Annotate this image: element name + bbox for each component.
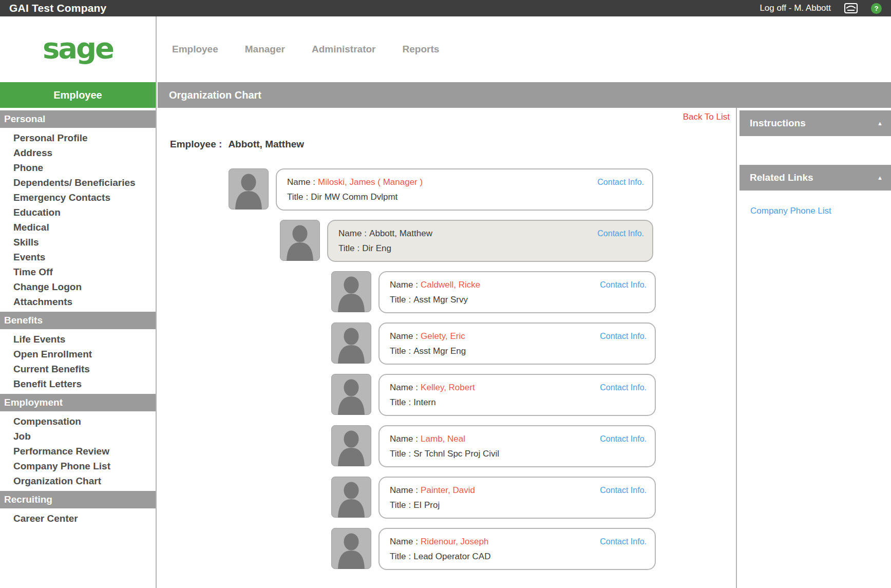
org-chart-row: Name : Lamb, Neal Contact Info. Title : … <box>331 425 736 467</box>
tab-employee[interactable]: Employee <box>172 44 218 55</box>
contact-info-link[interactable]: Contact Info. <box>595 483 647 498</box>
employee-card[interactable]: Name : Lamb, Neal Contact Info. Title : … <box>378 425 656 467</box>
collapse-arrow-icon[interactable]: ▲ <box>877 120 883 126</box>
contact-info-link[interactable]: Contact Info. <box>595 329 647 344</box>
avatar <box>331 425 371 466</box>
sidebar-item-dependents-beneficiaries[interactable]: Dependents/ Beneficiaries <box>0 175 156 190</box>
employee-card-title: Asst Mgr Srvy <box>413 292 468 307</box>
contact-info-link[interactable]: Contact Info. <box>595 534 647 549</box>
sidebar-item-job[interactable]: Job <box>0 429 156 444</box>
avatar <box>331 477 371 518</box>
sidebar-item-change-logon[interactable]: Change Logon <box>0 279 156 294</box>
sidebar-item-company-phone-list[interactable]: Company Phone List <box>0 459 156 473</box>
employee-card[interactable]: Name : Gelety, Eric Contact Info. Title … <box>378 323 656 365</box>
envelope-icon[interactable] <box>844 3 858 13</box>
topbar-right: Log off - M. Abbott ? <box>760 3 882 14</box>
sidebar-item-compensation[interactable]: Compensation <box>0 414 156 429</box>
employee-card-title: Lead Operator CAD <box>413 549 490 564</box>
content-row: Back To List Employee : Abbott, Matthew … <box>158 108 891 588</box>
title-label: Title <box>287 189 304 204</box>
logo-box: sage <box>0 16 156 82</box>
sidebar-item-open-enrollment[interactable]: Open Enrollment <box>0 347 156 362</box>
sidebar-module-tab-employee[interactable]: Employee <box>0 82 156 108</box>
employee-name: Abbott, Matthew <box>228 139 304 150</box>
avatar <box>229 168 269 210</box>
sidebar-item-current-benefits[interactable]: Current Benefits <box>0 362 156 376</box>
employee-card-title: Dir Eng <box>362 241 391 256</box>
sidebar-item-personal-profile[interactable]: Personal Profile <box>0 130 156 145</box>
sidebar-section-recruiting: Recruiting <box>0 491 156 508</box>
employee-card-selected[interactable]: Name : Abbott, Matthew Contact Info. Tit… <box>327 220 653 262</box>
sidebar-section-employment: Employment <box>0 394 156 411</box>
employee-card-title: Asst Mgr Eng <box>413 344 466 358</box>
company-phone-list-link[interactable]: Company Phone List <box>750 206 891 216</box>
employee-card-name: Lamb, Neal <box>421 431 465 446</box>
back-to-list-link[interactable]: Back To List <box>683 112 730 122</box>
contact-info-link[interactable]: Contact Info. <box>595 431 647 446</box>
employee-card-title: Intern <box>413 395 435 410</box>
back-row: Back To List <box>158 112 736 123</box>
page-title: Organization Chart <box>158 82 891 108</box>
sidebar-item-education[interactable]: Education <box>0 205 156 220</box>
name-label: Name <box>390 380 413 395</box>
collapse-arrow-icon[interactable]: ▲ <box>877 175 883 181</box>
tab-manager[interactable]: Manager <box>245 44 285 55</box>
employee-card[interactable]: Name : Ridenour, Joseph Contact Info. Ti… <box>378 528 656 570</box>
employee-card-name: Gelety, Eric <box>421 329 465 344</box>
top-nav: Employee Manager Administrator Reports <box>158 16 891 82</box>
employee-card[interactable]: Name : Kelley, Robert Contact Info. Titl… <box>378 374 656 416</box>
org-chart-row: Name : Gelety, Eric Contact Info. Title … <box>331 323 736 365</box>
tab-administrator[interactable]: Administrator <box>312 44 376 55</box>
sidebar-item-time-off[interactable]: Time Off <box>0 264 156 279</box>
avatar <box>280 220 320 261</box>
employee-card-name: Caldwell, Ricke <box>421 277 480 292</box>
title-label: Title <box>390 498 406 513</box>
employee-card[interactable]: Name : Painter, David Contact Info. Titl… <box>378 477 656 519</box>
avatar <box>331 374 371 415</box>
contact-info-link[interactable]: Contact Info. <box>595 277 647 292</box>
avatar <box>331 528 371 569</box>
sidebar-item-life-events[interactable]: Life Events <box>0 332 156 347</box>
related-links-panel-header[interactable]: Related Links ▲ <box>740 165 891 191</box>
instructions-panel-header[interactable]: Instructions ▲ <box>740 110 891 136</box>
sidebar-item-events[interactable]: Events <box>0 250 156 264</box>
employee-card[interactable]: Name : Caldwell, Ricke Contact Info. Tit… <box>378 271 656 313</box>
avatar <box>331 323 371 364</box>
title-label: Title <box>390 549 406 564</box>
help-icon[interactable]: ? <box>871 3 882 14</box>
employee-card-name: Painter, David <box>421 483 475 498</box>
sage-logo: sage <box>43 34 113 65</box>
sidebar-item-emergency-contacts[interactable]: Emergency Contacts <box>0 190 156 205</box>
name-label: Name <box>287 175 310 189</box>
sidebar-item-career-center[interactable]: Career Center <box>0 511 156 526</box>
org-chart-row: Name : Miloski, James ( Manager ) Contac… <box>229 168 736 211</box>
sidebar-item-attachments[interactable]: Attachments <box>0 294 156 309</box>
logoff-link[interactable]: Log off - M. Abbott <box>760 3 831 13</box>
name-label: Name <box>390 277 413 292</box>
sidebar-item-phone[interactable]: Phone <box>0 160 156 175</box>
org-chart-row: Name : Abbott, Matthew Contact Info. Tit… <box>280 220 736 262</box>
contact-info-link[interactable]: Contact Info. <box>592 226 644 241</box>
sidebar-item-benefit-letters[interactable]: Benefit Letters <box>0 376 156 391</box>
sidebar-item-medical[interactable]: Medical <box>0 220 156 235</box>
employee-card[interactable]: Name : Miloski, James ( Manager ) Contac… <box>276 168 653 211</box>
sidebar: sage Employee Personal Personal Profile … <box>0 16 157 588</box>
contact-info-link[interactable]: Contact Info. <box>595 380 647 395</box>
employee-card-title: Dir MW Comm Dvlpmt <box>311 189 397 204</box>
employee-card-title: EI Proj <box>413 498 440 513</box>
name-label: Name <box>390 534 413 549</box>
sidebar-item-address[interactable]: Address <box>0 145 156 160</box>
avatar <box>331 271 371 312</box>
tab-reports[interactable]: Reports <box>402 44 439 55</box>
contact-info-link[interactable]: Contact Info. <box>592 175 644 189</box>
name-label: Name <box>390 431 413 446</box>
related-links-title: Related Links <box>750 172 813 183</box>
sidebar-item-organization-chart[interactable]: Organization Chart <box>0 473 156 488</box>
name-label: Name <box>390 483 413 498</box>
title-label: Title <box>390 292 406 307</box>
org-chart-content: Back To List Employee : Abbott, Matthew … <box>158 108 736 588</box>
sidebar-item-skills[interactable]: Skills <box>0 235 156 250</box>
topbar: GAI Test Company Log off - M. Abbott ? <box>0 0 891 16</box>
name-label: Name <box>390 329 413 344</box>
sidebar-item-performance-review[interactable]: Performance Review <box>0 444 156 459</box>
